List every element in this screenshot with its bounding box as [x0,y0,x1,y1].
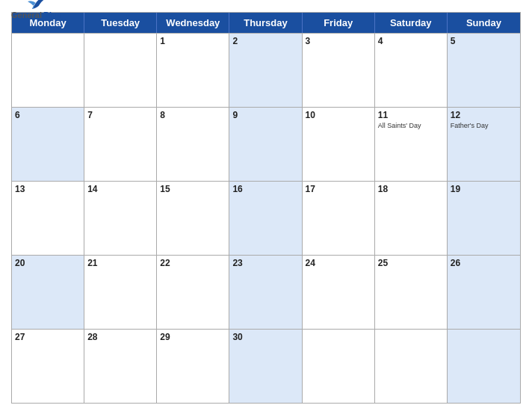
day-number: 0 [15,36,81,46]
weekday-headers: MondayTuesdayWednesdayThursdayFridaySatu… [12,13,520,33]
day-cell: 5 [448,34,520,107]
day-number: 28 [87,332,153,342]
logo: General Blue [11,0,61,19]
week-row-4: 27282930000 [12,329,520,403]
weekday-header-thursday: Thursday [229,13,302,33]
day-cell: 13 [12,182,84,255]
day-number: 7 [87,110,153,120]
day-number: 22 [160,258,226,268]
day-cell: 0 [303,330,375,403]
day-cell: 14 [84,182,157,255]
day-cell: 2 [229,34,302,107]
day-cell: 15 [157,182,229,255]
day-cell: 9 [229,108,302,181]
day-cell: 27 [12,330,84,403]
weeks-container: 001234567891011All Saints' Day12Father's… [12,33,520,403]
logo-bird-icon [25,0,47,10]
day-cell: 24 [303,256,375,329]
day-number: 1 [160,36,226,46]
day-cell: 0 [375,330,448,403]
day-cell: 6 [12,108,84,181]
day-number: 23 [232,258,298,268]
day-number: 8 [160,110,226,120]
day-cell: 22 [157,256,229,329]
day-cell: 11All Saints' Day [375,108,448,181]
week-row-3: 20212223242526 [12,255,520,329]
day-cell: 10 [303,108,375,181]
day-cell: 0 [84,34,157,107]
day-number: 29 [160,332,226,342]
day-cell: 4 [375,34,448,107]
day-number: 27 [15,332,81,342]
day-number: 17 [306,184,371,194]
weekday-header-friday: Friday [303,13,375,33]
calendar-page: General Blue MondayTuesdayWednesdayThurs… [0,0,532,411]
day-number: 15 [160,184,226,194]
day-cell: 17 [303,182,375,255]
week-row-0: 0012345 [12,33,520,107]
day-cell: 28 [84,330,157,403]
day-cell: 25 [375,256,448,329]
day-cell: 0 [12,34,84,107]
weekday-header-saturday: Saturday [375,13,448,33]
holiday-name: All Saints' Day [378,122,444,130]
day-cell: 18 [375,182,448,255]
day-cell: 1 [157,34,229,107]
day-cell: 21 [84,256,157,329]
day-number: 30 [232,332,298,342]
logo-blue-text: Blue [43,10,61,19]
day-number: 0 [306,332,371,342]
day-cell: 0 [448,330,520,403]
day-cell: 16 [229,182,302,255]
weekday-header-tuesday: Tuesday [84,13,157,33]
day-number: 0 [451,332,517,342]
day-number: 5 [451,36,517,46]
day-number: 11 [378,110,444,120]
day-number: 20 [15,258,81,268]
day-number: 6 [15,110,81,120]
day-number: 3 [306,36,371,46]
weekday-header-wednesday: Wednesday [157,13,229,33]
day-cell: 26 [448,256,520,329]
day-cell: 8 [157,108,229,181]
day-number: 0 [378,332,444,342]
day-cell: 7 [84,108,157,181]
calendar-grid: MondayTuesdayWednesdayThursdayFridaySatu… [11,12,521,404]
day-cell: 30 [229,330,302,403]
logo-general-text: General [11,10,42,19]
day-number: 12 [451,110,517,120]
day-number: 10 [306,110,371,120]
week-row-1: 67891011All Saints' Day12Father's Day [12,107,520,181]
day-number: 13 [15,184,81,194]
day-number: 14 [87,184,153,194]
holiday-name: Father's Day [451,122,517,130]
day-number: 25 [378,258,444,268]
day-cell: 23 [229,256,302,329]
day-cell: 19 [448,182,520,255]
day-number: 0 [87,36,153,46]
day-number: 4 [378,36,444,46]
day-number: 21 [87,258,153,268]
day-number: 9 [232,110,298,120]
day-number: 18 [378,184,444,194]
day-number: 16 [232,184,298,194]
day-cell: 20 [12,256,84,329]
weekday-header-sunday: Sunday [448,13,520,33]
week-row-2: 13141516171819 [12,181,520,255]
day-cell: 3 [303,34,375,107]
day-cell: 12Father's Day [448,108,520,181]
day-number: 26 [451,258,517,268]
day-number: 2 [232,36,298,46]
day-number: 24 [306,258,371,268]
day-number: 19 [451,184,517,194]
day-cell: 29 [157,330,229,403]
